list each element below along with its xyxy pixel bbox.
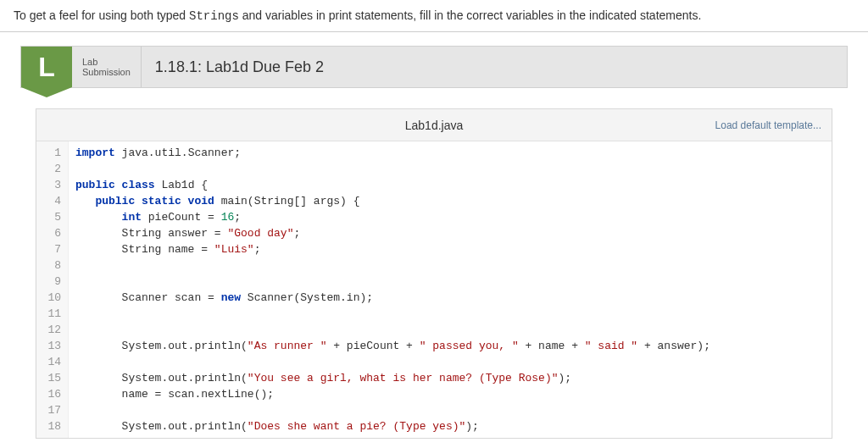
editor-header: Lab1d.java Load default template... xyxy=(36,109,832,141)
code-line[interactable] xyxy=(75,306,710,322)
code-line[interactable]: int pieCount = 16; xyxy=(75,209,710,225)
line-number: 13 xyxy=(36,338,61,354)
code-line[interactable]: String answer = "Good day"; xyxy=(75,225,710,241)
code-line[interactable]: System.out.println("You see a girl, what… xyxy=(75,370,710,386)
code-line[interactable]: System.out.println("As runner " + pieCou… xyxy=(75,338,710,354)
code-line[interactable] xyxy=(75,257,710,274)
code-line[interactable] xyxy=(75,161,710,177)
lab-label: Lab Submission xyxy=(72,47,142,87)
code-line[interactable]: name = scan.nextLine(); xyxy=(75,386,710,402)
line-number: 8 xyxy=(36,257,61,274)
code-line[interactable]: String name = "Luis"; xyxy=(75,241,710,257)
editor-panel: Lab1d.java Load default template... 1234… xyxy=(36,108,832,439)
banner-wrap: L Lab Submission 1.18.1: Lab1d Due Feb 2 xyxy=(0,32,868,88)
code-line[interactable]: Scanner scan = new Scanner(System.in); xyxy=(75,290,710,306)
lab-badge: L xyxy=(21,47,72,87)
lab-label-top: Lab xyxy=(82,57,131,67)
line-number: 5 xyxy=(36,209,61,225)
instruction-before: To get a feel for using both typed xyxy=(14,8,189,22)
line-number: 15 xyxy=(36,370,61,386)
code-line[interactable]: import java.util.Scanner; xyxy=(75,145,710,161)
instruction-after: and variables in print statements, fill … xyxy=(239,8,702,22)
line-number: 3 xyxy=(36,177,61,193)
line-number: 9 xyxy=(36,274,61,290)
line-number: 11 xyxy=(36,306,61,322)
code-line[interactable] xyxy=(75,274,710,290)
line-number: 6 xyxy=(36,225,61,241)
code-line[interactable]: System.out.println("Does she want a pie?… xyxy=(75,418,710,434)
line-number: 16 xyxy=(36,386,61,402)
code-line[interactable] xyxy=(75,354,710,370)
line-number: 7 xyxy=(36,241,61,257)
code-content[interactable]: import java.util.Scanner; public class L… xyxy=(69,141,717,438)
instruction-mono: Strings xyxy=(189,9,239,23)
line-number: 14 xyxy=(36,354,61,370)
line-number: 10 xyxy=(36,290,61,306)
line-number: 1 xyxy=(36,145,61,161)
instruction-text: To get a feel for using both typed Strin… xyxy=(0,0,868,32)
lab-title: 1.18.1: Lab1d Due Feb 2 xyxy=(142,47,337,87)
line-number: 12 xyxy=(36,322,61,338)
code-line[interactable] xyxy=(75,322,710,338)
lab-label-bottom: Submission xyxy=(82,67,131,77)
editor-filename: Lab1d.java xyxy=(405,119,464,132)
line-number: 4 xyxy=(36,193,61,209)
code-area[interactable]: 123456789101112131415161718 import java.… xyxy=(36,141,832,438)
line-number: 18 xyxy=(36,418,61,434)
code-line[interactable]: public static void main(String[] args) { xyxy=(75,193,710,209)
code-line[interactable]: public class Lab1d { xyxy=(75,177,710,193)
line-number: 2 xyxy=(36,161,61,177)
line-number: 17 xyxy=(36,402,61,418)
code-line[interactable] xyxy=(75,402,710,418)
lab-banner: L Lab Submission 1.18.1: Lab1d Due Feb 2 xyxy=(20,46,848,88)
line-gutter: 123456789101112131415161718 xyxy=(36,141,69,438)
load-template-link[interactable]: Load default template... xyxy=(715,119,821,131)
